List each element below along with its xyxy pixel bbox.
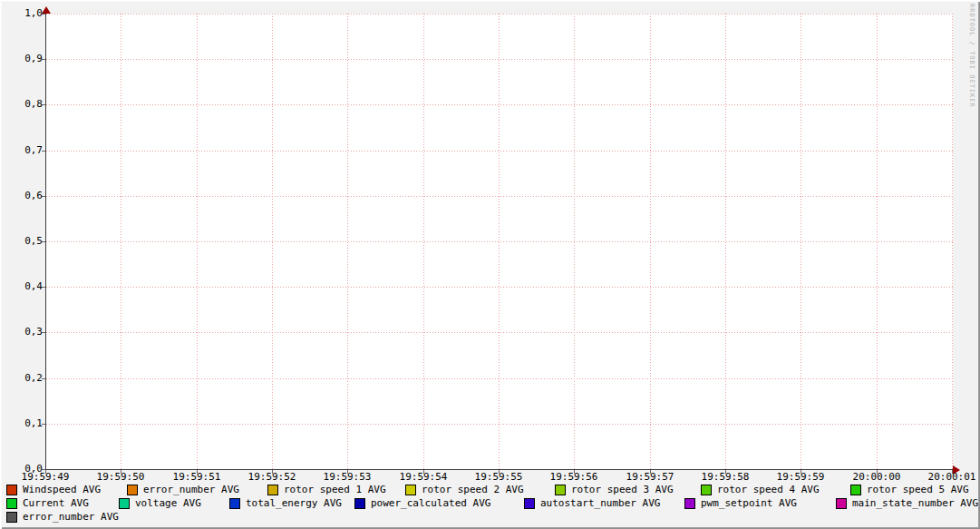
- x-axis-tick-label: 19:59:51: [173, 471, 221, 483]
- h-gridline: [46, 378, 953, 379]
- v-gridline: [650, 14, 651, 469]
- h-gridline: [46, 151, 953, 152]
- v-gridline: [272, 14, 273, 469]
- y-axis: [45, 9, 46, 470]
- legend-swatch: [524, 498, 535, 509]
- legend-swatch: [836, 498, 847, 509]
- legend-label: main_state_number AVG: [852, 497, 978, 510]
- h-gridline: [46, 241, 953, 242]
- legend-label: rotor speed 1 AVG: [284, 484, 386, 496]
- y-axis-tick-label: 0,2: [4, 373, 43, 384]
- x-axis-tick-label: 19:59:57: [626, 471, 674, 483]
- watermark-text: RRDTOOL / TOBI OETIKER: [968, 4, 975, 108]
- legend-label: power_calculated AVG: [371, 497, 490, 510]
- legend-item: rotor speed 2 AVG: [405, 484, 524, 496]
- legend-swatch: [354, 498, 365, 509]
- legend-swatch: [850, 485, 861, 495]
- legend-item: power_calculated AVG: [354, 497, 490, 510]
- y-axis-tick-label: 0,6: [4, 191, 43, 201]
- legend-item: Windspeed AVG: [6, 484, 101, 496]
- x-axis: [45, 469, 955, 470]
- legend-item: main_state_number AVG: [836, 497, 978, 510]
- legend-item: Current AVG: [6, 497, 89, 510]
- h-gridline: [46, 59, 953, 60]
- legend-swatch: [267, 485, 278, 495]
- x-axis-tick-label: 19:59:49: [22, 471, 70, 483]
- x-axis-tick-label: 19:59:52: [248, 471, 296, 483]
- y-axis-tick-label: 0,1: [4, 418, 43, 429]
- legend-label: rotor speed 5 AVG: [867, 484, 969, 496]
- legend-label: rotor speed 2 AVG: [422, 484, 524, 496]
- legend-swatch: [6, 498, 17, 509]
- y-axis-arrow-icon: [42, 6, 51, 14]
- x-axis-tick-label: 20:00:01: [928, 471, 976, 483]
- x-axis-tick-label: 19:59:50: [97, 471, 145, 483]
- h-gridline: [46, 104, 953, 105]
- y-axis-tick-label: 0,4: [4, 281, 43, 292]
- x-axis-tick-label: 19:59:59: [777, 471, 825, 483]
- legend-item: voltage AVG: [119, 497, 201, 510]
- legend-label: error_number AVG: [143, 484, 239, 496]
- legend-label: pwm_setpoint AVG: [701, 497, 797, 510]
- legend-item: total_energy AVG: [229, 497, 342, 510]
- rrdtool-graph-image: 1,00,90,80,70,60,50,40,30,20,10,0 19:59:…: [0, 0, 980, 529]
- h-gridline: [46, 424, 953, 425]
- v-gridline: [877, 14, 878, 469]
- v-gridline: [423, 14, 424, 469]
- v-gridline: [197, 14, 198, 469]
- y-axis-tick-label: 0,8: [4, 99, 43, 110]
- v-gridline: [347, 14, 348, 469]
- legend-swatch: [405, 485, 416, 495]
- legend-label: rotor speed 3 AVG: [571, 484, 674, 496]
- legend-label: error_number AVG: [23, 511, 119, 524]
- y-axis-tick-label: 1,0: [4, 8, 43, 19]
- legend-label: Windspeed AVG: [23, 484, 101, 496]
- y-axis-tick-label: 0,7: [4, 145, 43, 156]
- legend-item: rotor speed 5 AVG: [850, 484, 969, 496]
- v-gridline: [800, 14, 801, 469]
- legend-label: voltage AVG: [135, 497, 201, 510]
- legend-swatch: [684, 498, 695, 509]
- x-axis-tick-label: 20:00:00: [853, 471, 901, 483]
- legend-item: error_number AVG: [6, 511, 119, 524]
- legend-swatch: [6, 512, 17, 523]
- legend-label: total_energy AVG: [246, 497, 342, 510]
- v-gridline: [725, 14, 726, 469]
- legend-swatch: [701, 485, 712, 495]
- legend-swatch: [127, 485, 138, 495]
- x-axis-tick-label: 19:59:55: [475, 471, 523, 483]
- x-axis-tick-label: 19:59:56: [550, 471, 598, 483]
- legend-item: rotor speed 4 AVG: [701, 484, 820, 496]
- y-axis-tick-label: 0,3: [4, 327, 43, 338]
- v-gridline: [952, 14, 953, 469]
- legend-swatch: [119, 498, 130, 509]
- h-gridline: [46, 332, 953, 333]
- v-gridline: [574, 14, 575, 469]
- legend-label: rotor speed 4 AVG: [717, 484, 820, 496]
- legend-swatch: [555, 485, 566, 495]
- legend-item: rotor speed 1 AVG: [267, 484, 386, 496]
- h-gridline: [46, 14, 953, 15]
- h-gridline: [46, 287, 953, 288]
- legend-swatch: [6, 485, 17, 495]
- legend-label: autostart_number AVG: [540, 497, 660, 510]
- x-axis-tick-label: 19:59:58: [702, 471, 750, 483]
- y-axis-tick-label: 0,9: [4, 54, 43, 64]
- legend-label: Current AVG: [23, 497, 89, 510]
- legend-item: pwm_setpoint AVG: [684, 497, 797, 510]
- x-axis-tick-label: 19:59:53: [324, 471, 372, 483]
- h-gridline: [46, 196, 953, 197]
- legend-swatch: [229, 498, 240, 509]
- y-axis-tick-label: 0,5: [4, 236, 43, 247]
- legend-item: error_number AVG: [127, 484, 239, 496]
- legend-item: rotor speed 3 AVG: [555, 484, 674, 496]
- v-gridline: [499, 14, 500, 469]
- x-axis-tick-label: 19:59:54: [400, 471, 448, 483]
- v-gridline: [121, 14, 121, 469]
- legend-item: autostart_number AVG: [524, 497, 660, 510]
